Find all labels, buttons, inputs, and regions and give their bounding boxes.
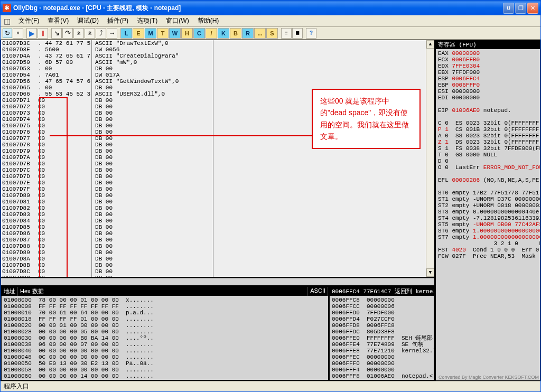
disasm-row[interactable]: 01007D8B 00DB 00 bbox=[1, 262, 426, 268]
dump-col-addr: 地址 bbox=[2, 287, 18, 296]
toolbar-letter-E[interactable]: E bbox=[133, 28, 144, 39]
app-icon: ✱ bbox=[3, 4, 11, 12]
pause-button[interactable]: ∥ bbox=[38, 28, 48, 39]
cpu-pane: 01007D3C. 44 72 61 77 5ASCII "DrawTextEx… bbox=[1, 40, 435, 381]
disasm-row[interactable]: 01007D56. 47 65 74 57 6ASCII "GetWindowT… bbox=[1, 78, 426, 85]
dump-col-hex: Hex 数据 bbox=[18, 287, 308, 296]
disasm-row[interactable]: 01007D80 00DB 00 bbox=[1, 192, 426, 199]
goto-button[interactable]: → bbox=[107, 28, 117, 39]
watermark: Converted By Magic Converter KEKSOFT.COM bbox=[439, 375, 539, 380]
list-button-2[interactable]: ≣ bbox=[292, 28, 303, 39]
step-over-button[interactable]: ↷ bbox=[62, 28, 73, 39]
trace-into-button[interactable]: ※ bbox=[73, 28, 84, 39]
toolbar-letter-B[interactable]: B bbox=[230, 28, 241, 39]
toolbar-letter-K[interactable]: K bbox=[218, 28, 229, 39]
step-into-button[interactable]: ↘ bbox=[51, 28, 62, 39]
menu-item[interactable]: 窗口(W) bbox=[162, 15, 193, 26]
list-button-1[interactable]: ≡ bbox=[281, 28, 292, 39]
toolbar-letter-R[interactable]: R bbox=[242, 28, 254, 39]
disasm-row[interactable]: 01007D7F 00DB 00 bbox=[1, 186, 426, 192]
mdi-icon[interactable]: ◫ bbox=[3, 17, 11, 25]
disasm-row[interactable]: 01007D54. 7A01DW 017A bbox=[1, 72, 426, 78]
registers-body[interactable]: EAX 00000000 ECX 0006FFB0 EDX 7FFE0304 E… bbox=[436, 49, 540, 260]
disasm-row[interactable]: 01007D84 00DB 00 bbox=[1, 218, 426, 224]
toolbar-letter-C[interactable]: C bbox=[193, 28, 205, 39]
scroll-up-icon[interactable]: ▲ bbox=[426, 40, 434, 49]
toolbar-letter-...[interactable]: ... bbox=[254, 28, 266, 39]
main-area: 01007D3C. 44 72 61 77 5ASCII "DrawTextEx… bbox=[1, 40, 540, 381]
disasm-row[interactable]: 01007D82 00DB 00 bbox=[1, 205, 426, 211]
disasm-row[interactable]: 01007D89 00DB 00 bbox=[1, 249, 426, 256]
dump-pane[interactable]: 地址 Hex 数据 ASCII 01008000 78 00 00 00 01 … bbox=[1, 286, 329, 380]
toolbar-letter-T[interactable]: T bbox=[157, 28, 169, 39]
annotation-line bbox=[50, 135, 312, 136]
disasm-row[interactable]: 01007D7B 00DB 00 bbox=[1, 161, 426, 167]
toolbar-letter-M[interactable]: M bbox=[145, 28, 156, 39]
disasm-row[interactable]: 01007D4A. 43 72 65 61 7ASCII "CreateDial… bbox=[1, 53, 426, 59]
main-window: ✱ OllyDbg - notepad.exe - [CPU - 主要线程, 模… bbox=[0, 0, 541, 392]
menu-item[interactable]: 文件(F) bbox=[14, 15, 43, 26]
disasm-row[interactable]: 01007D85 00DB 00 bbox=[1, 224, 426, 230]
menu-item[interactable]: 查看(V) bbox=[43, 15, 73, 26]
restart-button[interactable]: ↻ bbox=[3, 29, 12, 38]
registers-title: 寄存器 (FPU) bbox=[436, 40, 540, 49]
disasm-row[interactable]: 01007D83 00DB 00 bbox=[1, 211, 426, 218]
run-button[interactable]: ▶ bbox=[26, 28, 37, 39]
toolbar: ↻ × ▶ ∥ ↘ ↷ ※ ※ ⤴ → LEMTWHC/KBR...S ≡ ≣ … bbox=[1, 27, 540, 40]
titlebar[interactable]: ✱ OllyDbg - notepad.exe - [CPU - 主要线程, 模… bbox=[1, 1, 540, 15]
stack-header: 0006FFC4 77E614C7 返回到 kernel bbox=[330, 287, 434, 296]
toolbar-letter-S[interactable]: S bbox=[266, 28, 278, 39]
menu-item[interactable]: 插件(P) bbox=[103, 15, 133, 26]
disasm-row[interactable]: 01007D7A 00DB 00 bbox=[1, 154, 426, 161]
close-debuggee-button[interactable]: × bbox=[13, 28, 23, 39]
info-bar bbox=[1, 278, 434, 285]
registers-pane[interactable]: 寄存器 (FPU) EAX 00000000 ECX 0006FFB0 EDX … bbox=[435, 40, 540, 381]
help-button[interactable]: ? bbox=[306, 28, 316, 39]
stack-body[interactable]: 0006FFC8 00000000 0006FFCC 00000006 0006… bbox=[330, 296, 434, 380]
execute-till-return-button[interactable]: ⤴ bbox=[96, 28, 106, 39]
disasm-row[interactable]: 01007D88 00DB 00 bbox=[1, 243, 426, 249]
menubar: ◫ 文件(F)查看(V)调试(D)插件(P)选项(T)窗口(W)帮助(H) bbox=[1, 15, 540, 27]
disasm-row[interactable]: 01007D86 00DB 00 bbox=[1, 230, 426, 237]
status-text: 程序入口 bbox=[4, 382, 29, 391]
disasm-row[interactable]: 01007D7D 00DB 00 bbox=[1, 173, 426, 180]
scroll-down-icon[interactable]: ▼ bbox=[426, 268, 434, 277]
disasm-row[interactable]: 01007D7E 00DB 00 bbox=[1, 180, 426, 186]
disasm-row[interactable]: 01007D50. 6D 57 00ASCII "mW",0 bbox=[1, 59, 426, 66]
dump-col-ascii: ASCII bbox=[308, 287, 328, 296]
menu-item[interactable]: 选项(T) bbox=[133, 15, 162, 26]
maximize-button[interactable]: ❐ bbox=[515, 3, 526, 14]
statusbar: 程序入口 bbox=[1, 381, 540, 391]
annotation-box: 这些00 就是该程序中的"dead space"，即没有使用的空间。我们就在这里… bbox=[312, 89, 421, 149]
close-button[interactable]: ✕ bbox=[527, 3, 538, 14]
stack-pane[interactable]: 0006FFC4 77E614C7 返回到 kernel 0006FFC8 00… bbox=[329, 286, 434, 380]
disasm-row[interactable]: 01007D7C 00DB 00 bbox=[1, 167, 426, 173]
disasm-row[interactable]: 01007D87 00DB 00 bbox=[1, 237, 426, 243]
menu-item[interactable]: 帮助(H) bbox=[193, 15, 223, 26]
window-title: OllyDbg - notepad.exe - [CPU - 主要线程, 模块 … bbox=[13, 4, 503, 13]
disasm-row[interactable]: 01007D3C. 44 72 61 77 5ASCII "DrawTextEx… bbox=[1, 40, 426, 46]
disasm-scrollbar[interactable]: ▲ ▼ bbox=[426, 40, 434, 277]
disasm-row[interactable]: 01007D53. 00DB 00 bbox=[1, 66, 426, 72]
trace-over-button[interactable]: ※ bbox=[85, 28, 95, 39]
disasm-row[interactable]: 01007D81 00DB 00 bbox=[1, 199, 426, 205]
toolbar-letter-H[interactable]: H bbox=[181, 28, 193, 39]
minimize-button[interactable]: 0 bbox=[503, 3, 514, 14]
toolbar-letter-L[interactable]: L bbox=[120, 28, 132, 39]
disasm-row[interactable]: 01007D3E. 5600DW 0056 bbox=[1, 46, 426, 53]
disasm-row[interactable]: 01007D8A 00DB 00 bbox=[1, 256, 426, 262]
disassembly-pane[interactable]: 01007D3C. 44 72 61 77 5ASCII "DrawTextEx… bbox=[1, 40, 434, 278]
disasm-row[interactable]: 01007D79 00DB 00 bbox=[1, 148, 426, 154]
menu-item[interactable]: 调试(D) bbox=[73, 15, 103, 26]
dump-body[interactable]: 01008000 78 00 00 00 01 00 00 00 x......… bbox=[2, 296, 328, 380]
dump-header: 地址 Hex 数据 ASCII bbox=[2, 287, 328, 296]
disasm-row[interactable]: 01007D8D 00DB 00 bbox=[1, 275, 426, 277]
toolbar-letter-/[interactable]: / bbox=[206, 28, 217, 39]
toolbar-letter-W[interactable]: W bbox=[169, 28, 181, 39]
disasm-row[interactable]: 01007D8C 00DB 00 bbox=[1, 268, 426, 275]
